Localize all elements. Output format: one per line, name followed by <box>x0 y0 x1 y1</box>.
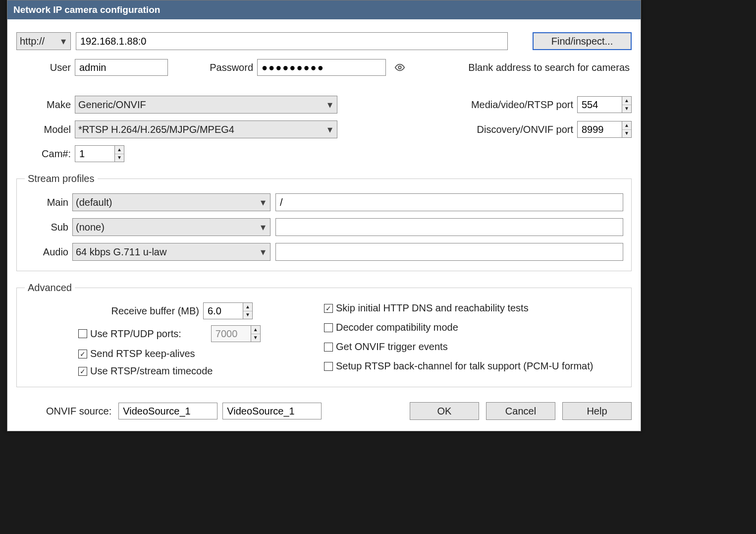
decoder-compat-checkbox[interactable] <box>324 323 333 332</box>
spin-down-icon[interactable]: ▼ <box>622 130 631 138</box>
password-input[interactable] <box>257 59 386 76</box>
skip-dns-row: ✓ Skip initial HTTP DNS and reachability… <box>324 302 623 314</box>
blank-address-note: Blank address to search for cameras <box>468 62 630 73</box>
skip-dns-checkbox[interactable]: ✓ <box>324 304 333 313</box>
find-inspect-label: Find/inspect... <box>551 36 613 47</box>
onvif-trigger-checkbox[interactable] <box>324 343 333 352</box>
protocol-value: http:// <box>20 36 45 47</box>
cam-spinner[interactable]: ▲▼ <box>75 145 124 162</box>
rtp-udp-row: Use RTP/UDP ports: ▲▼ <box>25 325 324 342</box>
chevron-down-icon: ▾ <box>258 246 268 258</box>
spin-buttons[interactable]: ▲▼ <box>622 96 632 113</box>
spin-up-icon[interactable]: ▲ <box>115 146 124 154</box>
make-select[interactable]: Generic/ONVIF ▾ <box>75 96 337 114</box>
chevron-down-icon: ▾ <box>325 99 335 111</box>
help-button[interactable]: Help <box>562 402 632 420</box>
onvif-trigger-label: Get ONVIF trigger events <box>336 341 448 353</box>
onvif-port-label: Discovery/ONVIF port <box>477 124 577 135</box>
spin-down-icon[interactable]: ▼ <box>243 311 252 319</box>
stream-audio-path-input[interactable] <box>275 243 623 261</box>
recv-buffer-row: Receive buffer (MB) ▲▼ <box>25 302 324 319</box>
stream-profiles-group: Stream profiles Main (default) ▾ Sub (no… <box>16 173 632 271</box>
address-input[interactable] <box>76 32 508 50</box>
user-input[interactable] <box>75 59 168 76</box>
backchannel-label: Setup RTSP back-channel for talk support… <box>336 360 593 372</box>
credentials-row: User Password Blank address to search fo… <box>16 59 632 76</box>
chevron-down-icon: ▾ <box>325 123 335 135</box>
stream-audio-value: 64 kbps G.711 u-law <box>76 246 166 258</box>
spin-down-icon[interactable]: ▼ <box>115 154 124 162</box>
window-title: Network IP camera configuration <box>13 4 160 15</box>
dialog-window: Network IP camera configuration http:// … <box>7 0 641 431</box>
onvif-source-input-b[interactable] <box>222 403 322 419</box>
stream-profiles-legend: Stream profiles <box>25 173 98 184</box>
model-select[interactable]: *RTSP H.264/H.265/MJPG/MPEG4 ▾ <box>75 120 337 138</box>
rtsp-port-spinner[interactable]: ▲▼ <box>577 96 632 113</box>
ok-label: OK <box>437 406 452 417</box>
ok-button[interactable]: OK <box>410 402 479 420</box>
onvif-source-label: ONVIF source: <box>46 406 115 417</box>
keep-alive-label: Send RTSP keep-alives <box>90 348 195 359</box>
stream-sub-path-input[interactable] <box>275 218 623 236</box>
help-label: Help <box>587 406 607 417</box>
advanced-group: Advanced Receive buffer (MB) ▲▼ Use <box>16 282 632 387</box>
eye-icon[interactable] <box>393 60 407 74</box>
stream-main-label: Main <box>25 197 72 208</box>
advanced-legend: Advanced <box>25 282 75 294</box>
decoder-compat-row: Decoder compatibility mode <box>324 322 623 333</box>
stream-main-row: Main (default) ▾ <box>25 193 623 211</box>
chevron-down-icon: ▾ <box>258 196 268 208</box>
spin-up-icon[interactable]: ▲ <box>251 326 260 334</box>
keep-alive-checkbox[interactable]: ✓ <box>78 350 87 358</box>
stream-audio-label: Audio <box>25 246 72 258</box>
rtp-udp-spinner[interactable]: ▲▼ <box>211 325 261 342</box>
spin-buttons[interactable]: ▲▼ <box>251 325 261 342</box>
make-label: Make <box>16 99 75 111</box>
stream-main-path-input[interactable] <box>275 193 623 211</box>
decoder-compat-label: Decoder compatibility mode <box>336 322 458 333</box>
spin-down-icon[interactable]: ▼ <box>622 105 631 113</box>
rtsp-port-input[interactable] <box>577 96 622 113</box>
find-inspect-button[interactable]: Find/inspect... <box>533 32 632 50</box>
keep-alive-row: ✓ Send RTSP keep-alives <box>25 348 324 359</box>
make-value: Generic/ONVIF <box>78 99 146 111</box>
onvif-source-input-a[interactable] <box>118 403 217 419</box>
stream-audio-select[interactable]: 64 kbps G.711 u-law ▾ <box>72 243 270 261</box>
stream-main-select[interactable]: (default) ▾ <box>72 193 270 211</box>
titlebar: Network IP camera configuration <box>7 0 641 19</box>
user-label: User <box>16 62 75 73</box>
spin-buttons[interactable]: ▲▼ <box>114 145 124 162</box>
rtp-udp-checkbox[interactable] <box>78 329 87 338</box>
chevron-down-icon: ▾ <box>58 35 68 47</box>
onvif-port-input[interactable] <box>577 121 622 138</box>
onvif-port-spinner[interactable]: ▲▼ <box>577 121 632 138</box>
protocol-select[interactable]: http:// ▾ <box>16 32 71 50</box>
backchannel-row: Setup RTSP back-channel for talk support… <box>324 360 623 372</box>
model-label: Model <box>16 124 75 135</box>
footer-row: ONVIF source: OK Cancel Help <box>16 402 632 420</box>
stream-sub-label: Sub <box>25 222 72 233</box>
timecode-checkbox[interactable]: ✓ <box>78 367 87 376</box>
spin-up-icon[interactable]: ▲ <box>243 303 252 311</box>
spin-up-icon[interactable]: ▲ <box>622 97 631 105</box>
rtsp-port-label: Media/video/RTSP port <box>471 99 577 111</box>
password-label: Password <box>168 62 257 73</box>
backchannel-checkbox[interactable] <box>324 362 333 371</box>
spin-up-icon[interactable]: ▲ <box>622 121 631 130</box>
spin-buttons[interactable]: ▲▼ <box>243 302 253 319</box>
spin-buttons[interactable]: ▲▼ <box>622 121 632 138</box>
cam-input[interactable] <box>75 145 114 162</box>
svg-point-0 <box>398 66 401 69</box>
spin-down-icon[interactable]: ▼ <box>251 334 260 342</box>
chevron-down-icon: ▾ <box>258 221 268 233</box>
recv-buffer-input[interactable] <box>203 302 243 319</box>
stream-sub-select[interactable]: (none) ▾ <box>72 218 270 236</box>
rtp-udp-input[interactable] <box>211 325 251 342</box>
cancel-button[interactable]: Cancel <box>486 402 555 420</box>
rtp-udp-label: Use RTP/UDP ports: <box>90 328 181 340</box>
address-row: http:// ▾ Find/inspect... <box>16 32 632 50</box>
recv-buffer-spinner[interactable]: ▲▼ <box>203 302 253 319</box>
model-row: Model *RTSP H.264/H.265/MJPG/MPEG4 ▾ Dis… <box>16 120 632 138</box>
client-area: http:// ▾ Find/inspect... User Password … <box>7 19 641 431</box>
make-row: Make Generic/ONVIF ▾ Media/video/RTSP po… <box>16 96 632 114</box>
